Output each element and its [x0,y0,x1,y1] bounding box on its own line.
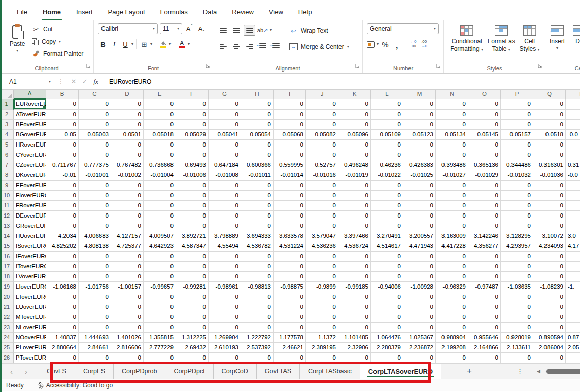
cell-G8[interactable]: -0.01008 [209,170,241,181]
cell-G22[interactable]: 0 [209,312,241,323]
cell-F1[interactable]: 0 [176,99,209,110]
cell-L23[interactable]: 0 [371,323,403,333]
cell-A6[interactable]: CYoverEURO [14,150,46,160]
cell-I23[interactable]: 0 [274,323,306,333]
cell-G18[interactable]: 0 [209,272,241,282]
cell-O4[interactable]: -0.05145 [468,130,501,140]
cell-M4[interactable]: -0.05123 [403,130,436,140]
cell-I10[interactable]: 0 [274,191,306,201]
cell-A10[interactable]: FIoverEURO [14,191,46,201]
cell-C17[interactable]: 0 [79,262,111,272]
row-header-20[interactable]: 20 [0,292,14,302]
cell-E6[interactable]: 0 [144,150,176,160]
row-header-7[interactable]: 7 [0,160,14,170]
cell-R3[interactable] [566,120,580,130]
cell-N25[interactable]: 2.199208 [436,343,468,353]
row-header-24[interactable]: 24 [0,333,14,343]
cell-R19[interactable]: -1. [566,282,580,292]
cell-M9[interactable]: 0 [403,181,436,191]
underline-button[interactable]: U [120,39,130,50]
cell-K16[interactable]: 0 [338,252,371,262]
cell-J3[interactable]: 0 [306,120,338,130]
cell-K19[interactable]: -0.99185 [338,282,371,292]
cell-A3[interactable]: BEoverEURO [14,120,46,130]
cell-G25[interactable]: 2.610193 [209,343,241,353]
cell-Q21[interactable]: 0 [533,302,566,312]
cell-styles-button[interactable]: Cell Styles ▾ [520,23,540,64]
cell-Q15[interactable]: 4.234093 [533,241,566,252]
sheet-tab-corpfs[interactable]: CorpFS [75,364,114,379]
cell-K24[interactable]: 1.101485 [338,333,371,343]
cell-C19[interactable]: -1.01756 [79,282,111,292]
cell-H3[interactable]: 0 [241,120,274,130]
cell-L15[interactable]: 4.514617 [371,241,403,252]
ribbon-tab-formulas[interactable]: Formulas [153,3,195,20]
row-header-5[interactable]: 5 [0,140,14,150]
cell-A26[interactable]: PToverEURO [14,353,46,363]
cell-E11[interactable]: 0 [144,201,176,211]
cell-J15[interactable]: 4.536236 [306,241,338,252]
cell-F23[interactable]: 0 [176,323,209,333]
increase-indent-button[interactable]: → [270,40,282,51]
cell-Q11[interactable]: 0 [533,201,566,211]
row-header-6[interactable]: 6 [0,150,14,160]
cell-B13[interactable]: 0 [46,221,79,231]
cell-I22[interactable]: 0 [274,312,306,323]
cell-I12[interactable]: 0 [274,211,306,221]
cell-F21[interactable]: 0 [176,302,209,312]
cell-E2[interactable]: 0 [144,110,176,120]
cell-D18[interactable]: 0 [111,272,144,282]
ribbon-tab-data[interactable]: Data [195,3,224,20]
cell-J7[interactable]: 0.52757 [306,160,338,170]
cell-I3[interactable]: 0 [274,120,306,130]
cell-G12[interactable]: 0 [209,211,241,221]
column-header-N[interactable]: N [436,90,468,99]
cell-E1[interactable]: 0 [144,99,176,110]
font-dialog-launcher[interactable] [206,61,210,70]
cell-N4[interactable]: -0.05134 [436,130,468,140]
cell-Q1[interactable]: 0 [533,99,566,110]
ribbon-tab-help[interactable]: Help [291,3,320,20]
cell-O21[interactable]: 0 [468,302,501,312]
cell-A5[interactable]: HRoverEURO [14,140,46,150]
cell-Q10[interactable]: 0 [533,191,566,201]
cell-P18[interactable]: 0 [501,272,533,282]
formula-bar-value[interactable]: EURoverEURO [109,78,151,85]
cell-A20[interactable]: LToverEURO [14,292,46,302]
cell-R11[interactable] [566,201,580,211]
cell-K5[interactable]: 0 [338,140,371,150]
select-all-corner[interactable] [0,90,14,99]
cell-E17[interactable]: 0 [144,262,176,272]
cell-D6[interactable]: 0 [111,150,144,160]
cell-F12[interactable]: 0 [176,211,209,221]
decrease-indent-button[interactable]: ← [257,40,268,51]
cell-P3[interactable]: 0 [501,120,533,130]
cell-C24[interactable]: 1.444693 [79,333,111,343]
cell-D7[interactable]: 0.767482 [111,160,144,170]
cell-J6[interactable]: 0 [306,150,338,160]
cell-Q9[interactable]: 0 [533,181,566,191]
cell-D2[interactable]: 0 [111,110,144,120]
cell-R26[interactable] [566,353,580,363]
cell-D1[interactable]: 0 [111,99,144,110]
delete-cells-button[interactable]: De [573,23,580,64]
cell-E10[interactable]: 0 [144,191,176,201]
cell-N2[interactable]: 0 [436,110,468,120]
cell-R7[interactable]: 0.31 [566,160,580,170]
cell-L11[interactable]: 0 [371,201,403,211]
cell-D16[interactable]: 0 [111,252,144,262]
cell-R16[interactable] [566,252,580,262]
sheet-tab-corpltasovereuro[interactable]: CorpLTASoverEURO [360,364,441,379]
cell-P9[interactable]: 0 [501,181,533,191]
cell-I16[interactable]: 0 [274,252,306,262]
cell-D10[interactable]: 0 [111,191,144,201]
cell-E12[interactable]: 0 [144,211,176,221]
cell-C21[interactable]: 0 [79,302,111,312]
cell-P24[interactable]: 0.928019 [501,333,533,343]
cell-A13[interactable]: GRoverEURO [14,221,46,231]
cell-J22[interactable]: 0 [306,312,338,323]
cell-P6[interactable]: 0 [501,150,533,160]
align-center-button[interactable] [230,40,242,51]
cell-H19[interactable]: -0.98813 [241,282,274,292]
cell-I13[interactable]: 0 [274,221,306,231]
